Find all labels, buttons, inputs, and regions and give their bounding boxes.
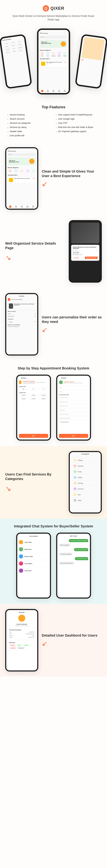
cat-salon[interactable]: Salon [40,52,45,56]
email-input[interactable]: Enter your email [59,400,88,403]
postcode-input[interactable]: Post code [59,408,88,412]
phone-conversations: Conversation Jane Cooper Wade Flores Bes… [16,533,51,598]
promo-banner[interactable]: 25% off on painting services Get [40,40,67,48]
book-button[interactable]: Book Appointment [85,256,98,259]
feature-item: ⌄User support ticket Create/Response [55,114,100,116]
back-icon[interactable]: ← [59,377,60,379]
pay-mollie[interactable]: Mollie [11,47,17,50]
create-account-checkbox[interactable] [59,421,60,422]
chat-row[interactable]: Jenny Wilson [19,560,48,567]
pay-razorpay[interactable]: Razorpay [4,45,10,48]
next-button[interactable]: Next [59,434,88,438]
nav-orders[interactable] [21,206,23,208]
price-new: 55.5% [75,257,79,259]
pay-paypal[interactable]: PayPal [4,42,9,45]
cat-home[interactable]: Home [46,52,50,56]
seller-card[interactable]: Hair cutting service at low price Kathry… [40,60,67,67]
category-item[interactable]: Electronics [73,486,98,492]
category-item[interactable]: Electrician [73,463,98,469]
back-icon[interactable]: ← [19,377,20,379]
phone-chat-thread: ←Jane Cooper Hi, I need a beautician for… [56,533,91,598]
chat-title: Integrated Chat System for Buyer/Seller … [3,524,104,528]
search-input[interactable]: Search [8,153,36,156]
time-pill[interactable]: 11:00 AM [39,394,48,397]
date-label: Available date [19,386,48,387]
nav-saved[interactable] [26,206,29,208]
section1-title: Clean and Simple UI Gives Your User a Be… [42,169,102,178]
time-pill[interactable]: 10:00 AM [29,394,38,397]
phone-dashboard: My Profile Leslie Alexander +1234567890 … [5,609,38,672]
pay-paytm[interactable]: Paytm [10,41,16,44]
status-pending[interactable]: Pending [9,644,16,646]
category-item[interactable]: Cleaning [73,458,98,463]
nav-search[interactable] [15,206,17,208]
date-pill[interactable]: Thu [29,388,38,391]
nav-saved[interactable] [58,90,60,92]
pay-instamojo[interactable]: Instamojo [4,48,10,51]
pay-stripe[interactable]: stripe [16,40,22,43]
pay-flutterwave[interactable]: Flutterwave [5,51,11,54]
cat-electric[interactable]: Electric [57,52,61,56]
status-total[interactable]: Total Orders [17,647,25,649]
chat-row[interactable]: Jerome Bell [19,567,48,574]
promo-cta[interactable]: Get [41,44,45,46]
feature-item: ⌄Services by rating [7,126,52,128]
cat-plumbing[interactable]: Plumbing [51,52,56,56]
feature-item: ⌄User OTP [55,122,100,124]
status-complete[interactable]: Complete [23,644,29,646]
checkbox[interactable] [8,321,9,322]
stepper[interactable]: − 1 + [34,321,36,322]
category-item[interactable]: Painting [73,475,98,480]
search-input[interactable]: Search [40,36,67,38]
chat-row[interactable]: Bessie Cooper [19,553,48,560]
back-icon[interactable]: ← [59,535,60,536]
chat-row[interactable]: Wade Flores [19,546,48,553]
orders-label: My Orders [9,642,34,643]
nav-profile[interactable] [64,90,66,92]
area-select[interactable]: Area [59,390,88,393]
category-item[interactable]: Moving [73,469,98,475]
section-chat: Integrated Chat System for Buyer/Seller … [0,519,107,604]
time-pill[interactable]: 01:00 PM [29,397,38,400]
dash-avatar [18,615,25,622]
date-pill[interactable]: Fri [39,388,48,391]
phone-schedule: ←Booking Available Schedules Select your… [16,375,51,441]
chat-row[interactable]: Jane Cooper [19,539,48,546]
check-icon: ⌄ [55,122,57,124]
home-header: Hello, Leslie Alexander [40,31,67,34]
nav-orders[interactable] [52,90,54,92]
status-active[interactable]: Active [17,644,22,646]
category-item[interactable]: Salon [73,492,98,498]
schedule-icon [19,380,22,384]
nav-search[interactable] [47,90,49,92]
time-pill[interactable]: 12:00 PM [19,397,28,400]
phone-input[interactable]: Enter your phone [59,404,88,407]
nav-profile[interactable] [32,206,34,208]
nav-home[interactable] [41,90,43,92]
pay-cashfree[interactable]: Cashfree [17,43,23,46]
notification-icon[interactable] [64,31,67,34]
category-item[interactable]: Plumbing [73,480,98,486]
brand-logo: QIXER [43,5,64,11]
time-pill[interactable]: 02:00 PM [39,397,48,400]
schedule-label: Available Schedules [23,381,48,382]
pay-midtrans[interactable]: Midtrans [11,50,17,53]
cat-shifting[interactable]: Shifting [63,52,67,56]
category-item[interactable]: Repair [73,498,98,503]
date-pill[interactable]: Wed [19,388,28,391]
note-input[interactable]: Order Note (Optional) [59,417,88,420]
city-select[interactable]: City [59,386,88,389]
time-pill[interactable]: 09:00 AM [19,394,28,397]
next-button[interactable]: Next [19,434,48,438]
name-input[interactable]: Enter your name [59,396,88,399]
stepper[interactable]: − 1 + [34,313,36,314]
stepper[interactable]: − 1 + [34,316,36,317]
status-cancelled[interactable]: Cancelled [9,647,16,649]
nav-home[interactable] [9,206,11,208]
pay-marcado[interactable]: Marcadopago [17,46,23,49]
service-rating: 4.5 [97,250,98,251]
pay-payfast[interactable]: Payfast [18,49,24,52]
pay-paystack[interactable]: Paystack [10,44,16,47]
personal-label: Personal Information [9,629,34,630]
address-input[interactable]: Enter your address [59,413,88,416]
